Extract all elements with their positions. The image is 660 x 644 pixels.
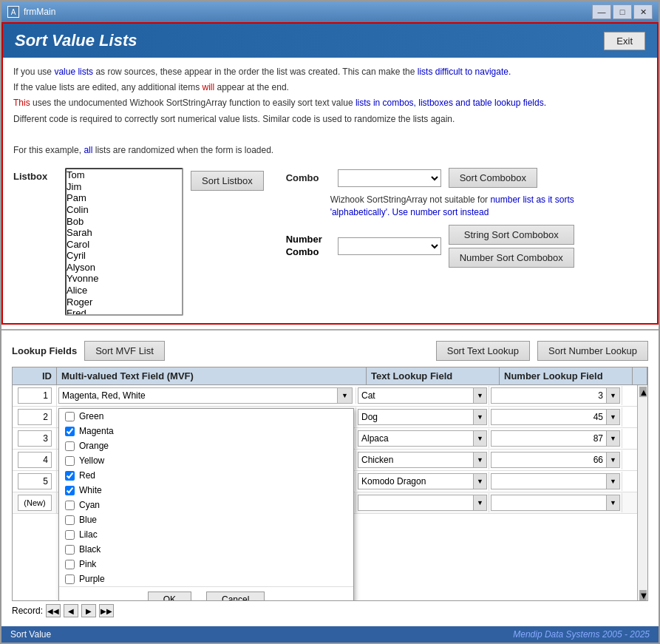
- listbox-control[interactable]: Tom Jim Pam Colin Bob Sarah Carol Cyril …: [65, 168, 183, 316]
- checkbox-pink[interactable]: [65, 560, 75, 569]
- number-combo-btn-5[interactable]: ▼: [606, 474, 619, 489]
- listbox-item[interactable]: Alice: [67, 285, 182, 296]
- text-combo-btn-1[interactable]: ▼: [473, 388, 486, 403]
- listbox-item[interactable]: Tom: [67, 169, 182, 181]
- cell-number-5: ▼: [489, 472, 622, 491]
- dropdown-item-pink[interactable]: Pink: [59, 557, 353, 572]
- scroll-up-arrow[interactable]: ▲: [639, 387, 647, 397]
- listbox-item[interactable]: Jim: [67, 181, 182, 193]
- checkbox-green[interactable]: [65, 412, 75, 421]
- sort-mvf-button[interactable]: Sort MVF List: [84, 341, 165, 361]
- dropdown-item-black[interactable]: Black: [59, 542, 353, 557]
- checkbox-blue[interactable]: [65, 515, 75, 525]
- sort-listbox-button[interactable]: Sort Listbox: [191, 171, 264, 191]
- number-lookup-combo-1[interactable]: 3 ▼: [491, 387, 620, 404]
- text-combo-btn-2[interactable]: ▼: [473, 410, 486, 424]
- cell-id-2: [13, 407, 57, 427]
- first-record-button[interactable]: ◀◀: [46, 604, 61, 617]
- number-sort-buttons: String Sort Combobox Number Sort Combobo…: [449, 225, 574, 268]
- number-lookup-combo-new[interactable]: ▼: [491, 495, 620, 511]
- checkbox-orange[interactable]: [65, 441, 75, 451]
- text-lookup-combo-4[interactable]: Chicken ▼: [358, 452, 487, 468]
- listbox-item[interactable]: Cyril: [67, 250, 182, 262]
- number-lookup-combo-4[interactable]: 66 ▼: [491, 452, 620, 468]
- mvf-input-1[interactable]: [58, 387, 338, 404]
- text-lookup-combo-3[interactable]: Alpaca ▼: [358, 430, 487, 447]
- sort-number-lookup-button[interactable]: Sort Number Lookup: [537, 341, 648, 361]
- checkbox-black[interactable]: [65, 545, 75, 555]
- sort-combobox-button[interactable]: Sort Combobox: [449, 168, 537, 188]
- checkbox-yellow[interactable]: [65, 456, 75, 466]
- text-lookup-combo-1[interactable]: Cat ▼: [358, 387, 487, 404]
- checkbox-lilac[interactable]: [65, 530, 75, 540]
- dropdown-ok-button[interactable]: OK: [148, 592, 191, 600]
- dropdown-item-cyan[interactable]: Cyan: [59, 498, 353, 512]
- dropdown-item-lilac[interactable]: Lilac: [59, 527, 353, 542]
- exit-button[interactable]: Exit: [604, 32, 645, 50]
- number-combo-btn-4[interactable]: ▼: [606, 453, 619, 467]
- text-combo-btn-5[interactable]: ▼: [473, 474, 486, 489]
- dropdown-item-white[interactable]: White: [59, 483, 353, 498]
- text-combo-btn-new[interactable]: ▼: [473, 495, 486, 510]
- checkbox-white[interactable]: [65, 486, 75, 495]
- listbox-item[interactable]: Yvonne: [67, 273, 182, 285]
- dropdown-item-orange[interactable]: Orange: [59, 438, 353, 453]
- mvf-dropdown-btn-1[interactable]: ▼: [338, 387, 353, 404]
- text-lookup-combo-2[interactable]: Dog ▼: [358, 409, 487, 425]
- listbox-item[interactable]: Alyson: [67, 262, 182, 274]
- sort-text-lookup-button[interactable]: Sort Text Lookup: [436, 341, 530, 361]
- minimize-button[interactable]: —: [592, 4, 611, 19]
- id-input-2: [18, 409, 52, 425]
- dropdown-item-purple[interactable]: Purple: [59, 572, 353, 586]
- checkbox-red[interactable]: [65, 471, 75, 481]
- desc-line-1: If you use value lists as row sources, t…: [13, 65, 647, 79]
- number-lookup-combo-5[interactable]: ▼: [491, 473, 620, 489]
- maximize-button[interactable]: □: [613, 4, 632, 19]
- listbox-item[interactable]: Colin: [67, 204, 182, 216]
- number-combo-label: Number Combo: [286, 234, 330, 259]
- text-combo-btn-3[interactable]: ▼: [473, 431, 486, 446]
- desc-line-5: [13, 128, 647, 142]
- number-sort-combobox-button[interactable]: Number Sort Combobox: [449, 248, 574, 268]
- col-header-scroll: [633, 367, 647, 384]
- cell-number-4: 66 ▼: [489, 450, 622, 470]
- number-combo-btn-2[interactable]: ▼: [606, 410, 619, 424]
- listbox-item[interactable]: Bob: [67, 216, 182, 228]
- dropdown-cancel-button[interactable]: Cancel: [206, 592, 265, 600]
- text-combo-btn-4[interactable]: ▼: [473, 453, 486, 467]
- listbox-item[interactable]: Roger: [67, 296, 182, 308]
- cell-id-4: [13, 450, 57, 470]
- number-combo-btn-new[interactable]: ▼: [606, 495, 619, 510]
- table-scrollbar[interactable]: ▲ ▼: [637, 385, 647, 600]
- listbox-item[interactable]: Sarah: [67, 227, 182, 239]
- number-combo-btn-1[interactable]: ▼: [606, 388, 619, 403]
- desc-line-3: This uses the undocumented Wizhook SortS…: [13, 96, 647, 110]
- checkbox-purple[interactable]: [65, 574, 75, 584]
- record-nav: Record: ◀◀ ◀ ▶ ▶▶: [12, 601, 648, 620]
- next-record-button[interactable]: ▶: [81, 604, 96, 617]
- number-lookup-combo-2[interactable]: 45 ▼: [491, 409, 620, 425]
- last-record-button[interactable]: ▶▶: [99, 604, 114, 617]
- listbox-item[interactable]: Carol: [67, 239, 182, 251]
- close-button[interactable]: ✕: [633, 4, 653, 19]
- checkbox-cyan[interactable]: [65, 501, 75, 510]
- cell-id-3: [13, 428, 57, 449]
- dropdown-item-yellow[interactable]: Yellow: [59, 453, 353, 468]
- checkbox-magenta[interactable]: [65, 427, 75, 436]
- table-header: ID Multi-valued Text Field (MVF) Text Lo…: [13, 367, 647, 385]
- text-lookup-combo-new[interactable]: ▼: [358, 495, 487, 511]
- scroll-down-arrow[interactable]: ▼: [639, 590, 647, 600]
- text-lookup-combo-5[interactable]: Komodo Dragon ▼: [358, 473, 487, 489]
- string-sort-combobox-button[interactable]: String Sort Combobox: [449, 225, 574, 245]
- listbox-item[interactable]: Fred: [67, 308, 182, 316]
- number-lookup-combo-3[interactable]: 87 ▼: [491, 430, 620, 447]
- prev-record-button[interactable]: ◀: [64, 604, 78, 617]
- dropdown-item-red[interactable]: Red: [59, 468, 353, 483]
- dropdown-item-blue[interactable]: Blue: [59, 512, 353, 527]
- combo-control[interactable]: [338, 169, 441, 187]
- number-combo-control[interactable]: [338, 237, 441, 255]
- listbox-item[interactable]: Pam: [67, 192, 182, 204]
- number-combo-btn-3[interactable]: ▼: [606, 431, 619, 446]
- dropdown-item-green[interactable]: Green: [59, 409, 353, 424]
- dropdown-item-magenta[interactable]: Magenta: [59, 424, 353, 438]
